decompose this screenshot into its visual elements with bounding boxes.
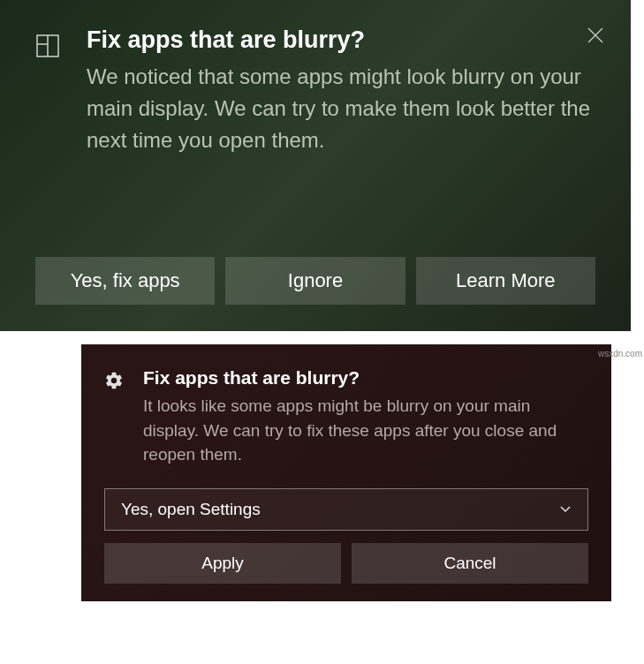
notification-actions: Yes, fix apps Ignore Learn More xyxy=(35,230,595,305)
watermark: wsxdn.com xyxy=(598,349,642,358)
ignore-button[interactable]: Ignore xyxy=(225,257,405,305)
apply-button[interactable]: Apply xyxy=(104,543,341,584)
chevron-down-icon xyxy=(559,500,572,519)
action-select[interactable]: Yes, open Settings xyxy=(104,488,588,531)
notification-title: Fix apps that are blurry? xyxy=(143,367,588,389)
select-value: Yes, open Settings xyxy=(121,500,261,519)
blurry-apps-notification-1: Fix apps that are blurry? We noticed tha… xyxy=(0,0,631,331)
notification-content: Fix apps that are blurry? It looks like … xyxy=(143,367,588,467)
notification-title: Fix apps that are blurry? xyxy=(87,26,595,54)
yes-fix-apps-button[interactable]: Yes, fix apps xyxy=(35,257,215,305)
learn-more-button[interactable]: Learn More xyxy=(416,257,595,305)
notification-body: It looks like some apps might be blurry … xyxy=(143,394,588,467)
close-button[interactable] xyxy=(587,26,604,44)
cancel-button[interactable]: Cancel xyxy=(352,543,588,584)
notification-content: Fix apps that are blurry? We noticed tha… xyxy=(87,26,595,156)
blurry-apps-notification-2: Fix apps that are blurry? It looks like … xyxy=(81,344,611,601)
notification-body: We noticed that some apps might look blu… xyxy=(87,61,595,156)
display-settings-icon xyxy=(35,34,60,62)
close-icon xyxy=(587,27,603,43)
notification-header: Fix apps that are blurry? We noticed tha… xyxy=(35,26,595,156)
notification-actions: Apply Cancel xyxy=(104,543,588,584)
notification-header: Fix apps that are blurry? It looks like … xyxy=(104,367,588,467)
settings-gear-icon xyxy=(104,371,124,394)
